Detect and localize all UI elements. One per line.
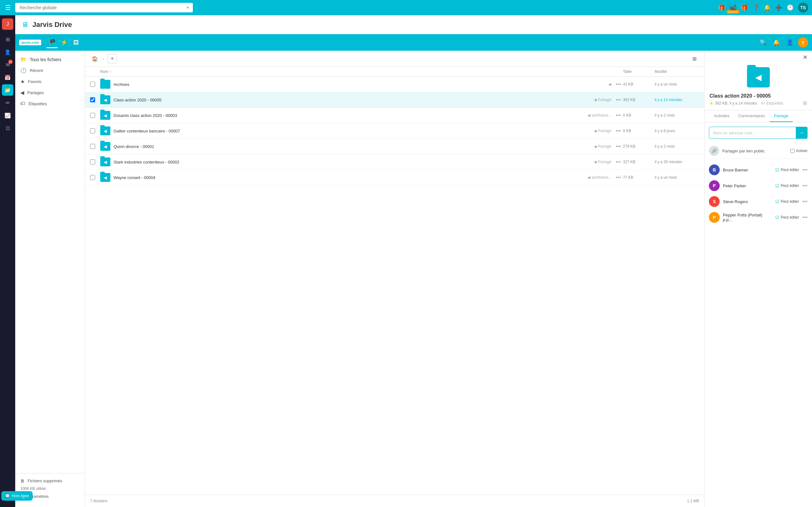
drive-body: 📁 Tous les fichiers 🕐 Récent ★ Favoris ◀… <box>15 51 812 507</box>
user-permission: ☑ Peut éditer <box>775 183 799 188</box>
drive-avatar[interactable]: T <box>798 38 808 48</box>
offline-label: Hors ligne <box>12 494 29 498</box>
panel-share-icon: ◀ <box>755 72 762 82</box>
more-options-button[interactable]: ••• <box>614 81 623 88</box>
tab-activities[interactable]: Activités <box>710 110 734 122</box>
home-button[interactable]: 🏠 <box>90 54 100 63</box>
row-checkbox[interactable] <box>90 144 95 149</box>
row-checkbox[interactable] <box>90 113 95 118</box>
more-options-button[interactable]: ••• <box>614 158 623 165</box>
panel-meta-tags[interactable]: 🏷 Étiquettes <box>761 101 783 106</box>
sidebar-item-drive[interactable]: 📁 <box>2 84 13 96</box>
share-status: ◀ Partagé <box>594 144 611 149</box>
sidebar-item-reports[interactable]: 📈 <box>2 110 13 121</box>
sidebar-item-grid[interactable]: ⊡ <box>2 122 13 134</box>
share-submit-button[interactable]: → <box>796 127 807 138</box>
toolbar-search-icon[interactable]: 🔍 <box>758 38 768 48</box>
sidebar-item-messages[interactable]: ✉ 29 <box>2 59 13 70</box>
row-checkbox[interactable] <box>90 82 95 87</box>
sidebar-item-dashboard[interactable]: ⊞ <box>2 34 13 45</box>
table-row[interactable]: Archives ◀ ••• 41 KB il y a un mois <box>85 77 704 92</box>
file-modified: il y a 14 minutes <box>655 98 699 102</box>
toolbar-activity-icon[interactable]: ⚡ <box>58 37 70 48</box>
shared-folder-icon: ◀ <box>100 158 110 166</box>
file-modified: il y a un mois <box>655 82 699 87</box>
file-name: Dosanto class action 2020 - 00003 <box>113 113 177 118</box>
toolbar-media-icon[interactable]: 🖼 <box>70 37 82 48</box>
activate-label: Activer <box>796 149 808 153</box>
column-name: Nom ↑ <box>100 69 623 74</box>
sidebar-item-calendar[interactable]: 📅 <box>2 72 13 83</box>
share-input[interactable] <box>709 128 796 138</box>
shares-label: Partages <box>27 90 44 95</box>
file-name-cell: ◀ Class action 2020 - 00005 ◀ Partagé ••… <box>100 95 623 104</box>
add-icon[interactable]: ➕ <box>775 4 782 11</box>
user-more-button[interactable]: ••• <box>802 183 808 188</box>
table-row[interactable]: ◀ Class action 2020 - 00005 ◀ Partagé ••… <box>85 92 704 108</box>
sidebar-shares[interactable]: ◀ Partages <box>15 87 85 98</box>
file-name: Galtier contentieux bancaire - 00007 <box>113 129 180 133</box>
column-size: Taille <box>623 69 655 74</box>
table-row[interactable]: ◀ Wayne conseil - 00004 ◀ iamthehul... •… <box>85 170 704 185</box>
row-checkbox[interactable] <box>90 97 95 102</box>
video-icon[interactable]: 📹 Nouveau <box>729 4 737 11</box>
panel-action-button[interactable]: ⊞ <box>803 100 807 106</box>
panel-close-button[interactable]: ✕ <box>803 54 808 61</box>
row-checkbox[interactable] <box>90 128 95 133</box>
hamburger-button[interactable]: ☰ <box>4 3 12 13</box>
more-options-button[interactable]: ••• <box>614 143 623 150</box>
recent-label: Récent <box>30 68 43 73</box>
table-row[interactable]: ◀ Quinn divorce - 00001 ◀ Partagé ••• 27… <box>85 139 704 154</box>
sidebar-tags[interactable]: 🏷 Étiquettes <box>15 98 85 109</box>
clock-icon[interactable]: 🕐 <box>786 4 794 11</box>
more-options-button[interactable]: ••• <box>614 112 623 119</box>
file-name-cell: ◀ Galtier contentieux bancaire - 00007 ◀… <box>100 126 623 135</box>
share-action-icon[interactable]: ◀ <box>608 82 611 87</box>
navbar-right: 🎁 📹 Nouveau 🎁 ❓ 🔔 ➕ 🕐 TS <box>718 3 808 13</box>
sidebar-recent[interactable]: 🕐 Récent <box>15 65 85 76</box>
share-status: ◀ Partagé <box>594 129 611 133</box>
toolbar-bell-icon[interactable]: 🔔 <box>771 38 781 48</box>
row-checkbox[interactable] <box>90 175 95 180</box>
help-icon[interactable]: ❓ <box>752 4 759 11</box>
user-more-button[interactable]: ••• <box>802 167 808 173</box>
toolbar-files-icon[interactable]: 🏴 <box>46 37 58 48</box>
offline-widget[interactable]: 💬 Hors ligne <box>1 491 33 501</box>
toolbar-user-icon[interactable]: 👤 <box>785 38 795 48</box>
promo-icon[interactable]: 🎁 <box>718 4 725 11</box>
user-avatar[interactable]: TS <box>798 3 808 13</box>
gift-icon[interactable]: 🎁 <box>741 4 748 11</box>
trash-label: Fichiers supprimés <box>28 478 62 483</box>
tab-comments[interactable]: Commentaires <box>734 110 769 122</box>
file-footer: 7 dossiers 1.1 MB <box>85 495 704 507</box>
view-toggle-button[interactable]: ⊞ <box>690 54 699 63</box>
more-options-button[interactable]: ••• <box>614 174 623 181</box>
sidebar-favorites[interactable]: ★ Favoris <box>15 76 85 87</box>
app-logo[interactable]: J <box>2 18 13 30</box>
shared-folder-icon: ◀ <box>100 126 110 135</box>
table-row[interactable]: ◀ Galtier contentieux bancaire - 00007 ◀… <box>85 123 704 139</box>
table-row[interactable]: ◀ Stark industries contentieux - 00002 ◀… <box>85 154 704 170</box>
header-checkbox <box>90 69 100 74</box>
user-more-button[interactable]: ••• <box>802 215 808 220</box>
sidebar-item-users[interactable]: 👤 <box>2 46 13 58</box>
file-size: 362 KB <box>623 98 655 102</box>
more-options-button[interactable]: ••• <box>614 96 623 103</box>
row-checkbox[interactable] <box>90 159 95 164</box>
activate-toggle[interactable] <box>791 149 795 153</box>
shared-folder-icon: ◀ <box>100 95 110 104</box>
user-more-button[interactable]: ••• <box>802 199 808 205</box>
search-input[interactable] <box>15 3 193 12</box>
tab-share[interactable]: Partage <box>769 110 793 122</box>
more-options-button[interactable]: ••• <box>614 127 623 134</box>
notifications-icon[interactable]: 🔔 <box>764 4 771 11</box>
messages-badge: 29 <box>8 60 13 64</box>
table-row[interactable]: ◀ Dosanto class action 2020 - 00003 ◀ ia… <box>85 108 704 123</box>
sidebar-trash[interactable]: 🗑 Fichiers supprimés <box>20 476 80 485</box>
drive-sidebar-header[interactable]: 📁 Tous les fichiers <box>15 54 85 65</box>
user-avatar-steve: S <box>709 196 720 207</box>
jarvis-logo[interactable]: jarvis.com <box>19 40 41 45</box>
add-button[interactable]: + <box>107 54 117 63</box>
perm-check-icon: ☑ <box>775 183 779 188</box>
sidebar-item-edit[interactable]: ✏ <box>2 97 13 108</box>
